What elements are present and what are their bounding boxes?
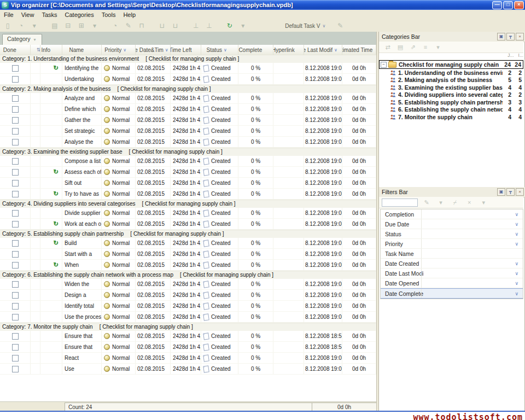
filter-toolbar-icon[interactable]: ✎ — [423, 199, 430, 206]
category-group-row[interactable]: Category: 7. Monitor the supply chain [ … — [0, 323, 376, 331]
column-header[interactable]: ∨ ⇅ — [31, 45, 40, 55]
column-header[interactable]: e Last Modif ∨ ⇅ — [304, 45, 342, 55]
task-row[interactable]: ↻ Set strategic Normal 02.08.2015 2428d … — [0, 126, 376, 137]
toolbar-icon[interactable]: ↻ — [226, 22, 234, 30]
toolbar-icon[interactable]: ◔ — [17, 22, 25, 30]
task-row[interactable]: ↻ Build Normal 02.08.2015 2428d 1h 41m C… — [0, 238, 376, 249]
filter-toolbar-icon[interactable]: × — [465, 199, 473, 206]
toolbar-icon[interactable]: ▤ — [51, 22, 59, 30]
column-header[interactable]: Complete ∨ ⇅ — [238, 45, 273, 55]
column-header[interactable]: Estimated Time ∨ ⇅ — [342, 45, 376, 55]
close-button[interactable]: × — [514, 1, 524, 9]
done-checkbox[interactable] — [12, 191, 19, 197]
customize-toolbar-icon[interactable]: ✎ — [336, 22, 344, 30]
task-row[interactable]: ↻ Try to have as Normal 02.08.2015 2428d… — [0, 189, 376, 200]
sort-chevron-icon[interactable]: ∨ — [334, 48, 337, 52]
chevron-down-icon[interactable]: ∨ — [515, 291, 518, 296]
column-header[interactable]: Info ∨ ⇅ — [40, 45, 62, 55]
categories-toolbar-icon[interactable]: ⇄ — [384, 44, 392, 51]
done-checkbox[interactable] — [12, 366, 19, 372]
task-row[interactable]: ↻ Divide supplier Normal 02.08.2015 2428… — [0, 208, 376, 219]
toolbar-icon[interactable]: ⊥ — [192, 22, 200, 30]
category-group-row[interactable]: Category: 3. Examining the existing supp… — [0, 148, 376, 156]
done-checkbox[interactable] — [12, 333, 19, 340]
collapse-icon[interactable]: − — [381, 62, 387, 68]
task-row[interactable]: ↻ Use Normal 02.08.2015 2428d 1h 41m Cre… — [0, 364, 376, 375]
chevron-down-icon[interactable]: ∨ — [515, 271, 518, 276]
menu-item[interactable]: Help — [119, 11, 139, 19]
chevron-down-icon[interactable]: ∨ — [515, 281, 518, 286]
tree-category-row[interactable]: 1. Understanding of the business environ… — [379, 69, 523, 77]
task-row[interactable]: ↻ Identifying the Normal 02.08.2015 2428… — [0, 63, 376, 74]
toolbar-icon[interactable]: ◔ — [111, 22, 119, 30]
menu-item[interactable]: File — [0, 11, 18, 19]
chevron-down-icon[interactable]: ∨ — [515, 241, 518, 247]
done-checkbox[interactable] — [12, 169, 19, 176]
chevron-down-icon[interactable]: ∨ — [515, 212, 518, 217]
toolbar-icon[interactable]: ⊟ — [64, 22, 72, 30]
done-checkbox[interactable] — [12, 106, 19, 113]
filter-row[interactable]: Date Completed ∨ — [381, 288, 523, 299]
done-checkbox[interactable] — [12, 117, 19, 124]
column-header[interactable]: Status ∨ ⇅ — [201, 45, 238, 55]
toolbar-icon[interactable]: ⊞ — [78, 22, 85, 30]
done-checkbox[interactable] — [12, 221, 19, 228]
chevron-down-icon[interactable]: ∨ — [515, 221, 518, 227]
task-row[interactable]: ↻ Assess each of Normal 02.08.2015 2428d… — [0, 167, 376, 178]
task-row[interactable]: ↻ Widen the Normal 02.08.2015 2428d 1h 4… — [0, 279, 376, 290]
task-row[interactable]: ↻ Define which Normal 02.08.2015 2428d 1… — [0, 104, 376, 115]
pin-icon[interactable]: ┳ — [506, 33, 515, 40]
column-header[interactable]: Hyperlink ∨ ⇅ — [273, 45, 304, 55]
restore-panel-icon[interactable]: ▣ — [497, 33, 505, 40]
done-checkbox[interactable] — [12, 139, 19, 145]
tree-category-row[interactable]: 3. Examining the existing supplier base … — [379, 84, 523, 91]
done-checkbox[interactable] — [12, 240, 19, 247]
categories-toolbar-icon[interactable]: ≡ — [422, 44, 429, 50]
done-checkbox[interactable] — [12, 314, 19, 320]
chevron-down-icon[interactable]: ∨ — [515, 231, 518, 237]
task-row[interactable]: ↻ Gather the Normal 02.08.2015 2428d 1h … — [0, 115, 376, 126]
done-checkbox[interactable] — [12, 95, 19, 102]
task-row[interactable]: ↻ Ensure that Normal 02.08.2015 2428d 1h… — [0, 342, 376, 353]
filter-row[interactable]: Date Created ∨ — [381, 259, 523, 269]
done-checkbox[interactable] — [12, 292, 19, 299]
filter-toolbar-icon[interactable]: ⌿ — [451, 199, 459, 206]
filter-row[interactable]: Date Opened ∨ — [381, 278, 523, 288]
menu-item[interactable]: Categories — [61, 11, 98, 19]
category-group-row[interactable]: Category: 4. Dividing suppliers into sev… — [0, 200, 376, 208]
sort-chevron-icon[interactable]: ∨ — [165, 48, 168, 52]
task-row[interactable]: ↻ Undertaking Normal 02.08.2015 2428d 1h… — [0, 74, 376, 85]
task-row[interactable]: ↻ Use the process Normal 02.08.2015 2428… — [0, 312, 376, 323]
toolbar-icon[interactable]: ⊥ — [205, 22, 213, 30]
toolbar-icon[interactable]: ⊔ — [158, 22, 166, 30]
column-header[interactable]: Time Left ∨ ⇅ — [171, 45, 201, 55]
task-row[interactable]: ↻ When Normal 02.08.2015 2428d 1h 41m Cr… — [0, 260, 376, 271]
tree-category-row[interactable]: 7. Monitor the supply chain 4 4 — [379, 113, 523, 121]
task-row[interactable]: ↻ Analyse the Normal 02.08.2015 2428d 1h… — [0, 137, 376, 148]
done-checkbox[interactable] — [12, 65, 19, 72]
categories-toolbar-icon[interactable]: ▾ — [434, 44, 442, 51]
filter-row[interactable]: Task Name ∨ — [381, 249, 523, 259]
tree-root-row[interactable]: − Checklist for managing supply chain 24… — [379, 60, 523, 69]
filter-row[interactable]: Priority ∨ — [381, 239, 523, 249]
filter-row[interactable]: Status ∨ — [381, 229, 523, 239]
tree-category-row[interactable]: 5. Establishing supply chain partnership… — [379, 98, 523, 106]
column-header[interactable]: ue Date&Tim ∨ ⇅ — [136, 45, 171, 55]
tree-category-row[interactable]: 6. Establishing the supply chain network… — [379, 106, 523, 114]
filter-row[interactable]: Date Last Modifi ∨ — [381, 269, 523, 278]
menu-item[interactable]: Tasks — [38, 11, 61, 19]
done-checkbox[interactable] — [12, 344, 19, 351]
done-checkbox[interactable] — [12, 281, 19, 288]
done-checkbox[interactable] — [12, 210, 19, 217]
minimize-button[interactable]: — — [492, 1, 502, 9]
done-checkbox[interactable] — [12, 158, 19, 165]
done-checkbox[interactable] — [12, 303, 19, 310]
column-header[interactable]: Done ∨ ⇅ — [0, 45, 31, 55]
category-group-row[interactable]: Category: 2. Making analysis of the busi… — [0, 85, 376, 93]
task-row[interactable]: ↻ Identify total Normal 02.08.2015 2428d… — [0, 301, 376, 312]
task-row[interactable]: ↻ Design a Normal 02.08.2015 2428d 1h 41… — [0, 290, 376, 301]
done-checkbox[interactable] — [12, 180, 19, 186]
task-row[interactable]: ↻ Analyze and Normal 02.08.2015 2428d 1h… — [0, 93, 376, 104]
categories-toolbar-icon[interactable]: ⇗ — [409, 44, 417, 51]
restore-panel-icon[interactable]: ▣ — [497, 188, 505, 196]
